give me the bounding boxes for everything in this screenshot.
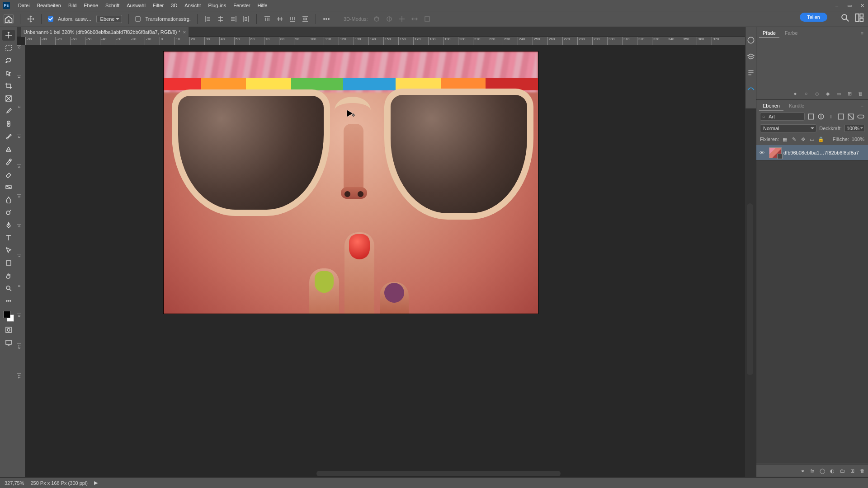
layer-row[interactable]: 👁 dfb96b08ebfba1…7f82bb6f8af8a7 bbox=[756, 145, 868, 160]
zoom-tool[interactable] bbox=[2, 283, 15, 294]
blend-mode-dropdown[interactable]: Normal bbox=[760, 124, 816, 132]
status-arrow-icon[interactable]: ▶ bbox=[94, 480, 98, 486]
gradient-tool[interactable] bbox=[2, 182, 15, 192]
blur-tool[interactable] bbox=[2, 194, 15, 205]
lock-transparent-icon[interactable]: ▦ bbox=[782, 136, 788, 142]
frame-tool[interactable] bbox=[2, 93, 15, 104]
path-select-tool[interactable] bbox=[2, 245, 15, 256]
screenmode-toggle[interactable] bbox=[2, 337, 15, 348]
quickmask-toggle[interactable] bbox=[2, 324, 15, 335]
align-right-icon[interactable] bbox=[229, 15, 237, 23]
more-options-icon[interactable] bbox=[322, 15, 330, 23]
healing-brush-tool[interactable] bbox=[2, 118, 15, 129]
hand-tool[interactable] bbox=[2, 270, 15, 281]
lock-artboard-icon[interactable]: ▭ bbox=[809, 136, 815, 142]
collapsed-panel-layers-icon[interactable] bbox=[747, 52, 755, 61]
window-minimize-button[interactable]: – bbox=[834, 2, 840, 9]
menu-schrift[interactable]: Schrift bbox=[102, 3, 123, 8]
lock-all-icon[interactable]: 🔒 bbox=[818, 136, 824, 142]
history-brush-tool[interactable] bbox=[2, 156, 15, 167]
path-selection-icon[interactable]: ◇ bbox=[814, 90, 820, 97]
lock-position-icon[interactable]: ✥ bbox=[800, 136, 806, 142]
filter-toggle-switch[interactable] bbox=[857, 113, 864, 120]
eyedropper-tool[interactable] bbox=[2, 106, 15, 117]
brush-tool[interactable] bbox=[2, 131, 15, 142]
menu-datei[interactable]: Datei bbox=[14, 3, 33, 8]
canvas-area[interactable] bbox=[25, 45, 745, 477]
crop-tool[interactable] bbox=[2, 80, 15, 91]
menu-auswahl[interactable]: Auswahl bbox=[123, 3, 149, 8]
align-center-h-icon[interactable] bbox=[217, 15, 225, 23]
panel-menu-icon[interactable]: ≡ bbox=[859, 29, 865, 38]
edit-toolbar-icon[interactable] bbox=[2, 296, 15, 306]
menu-3d[interactable]: 3D bbox=[167, 3, 181, 8]
ruler-vertical[interactable]: 01234567891011 bbox=[17, 45, 25, 477]
pen-tool[interactable] bbox=[2, 220, 15, 230]
layer-new-icon[interactable]: ⊞ bbox=[849, 468, 855, 474]
dodge-tool[interactable] bbox=[2, 207, 15, 218]
path-combine-icon[interactable]: ◆ bbox=[825, 90, 831, 97]
window-close-button[interactable]: ✕ bbox=[859, 2, 865, 9]
tab-ebenen[interactable]: Ebenen bbox=[759, 102, 783, 111]
menu-bild[interactable]: Bild bbox=[65, 3, 80, 8]
menu-plug-ins[interactable]: Plug-ins bbox=[204, 3, 230, 8]
layer-thumbnail[interactable] bbox=[769, 147, 782, 158]
layer-fx-icon[interactable]: fx bbox=[809, 468, 816, 474]
layer-visibility-icon[interactable]: 👁 bbox=[756, 150, 767, 155]
ruler-horizontal[interactable]: -90-80-70-60-50-40-30-20-100102030405060… bbox=[25, 37, 745, 45]
layer-name-label[interactable]: dfb96b08ebfba1…7f82bb6f8af8a7 bbox=[783, 150, 868, 155]
layer-delete-icon[interactable]: 🗑 bbox=[859, 468, 865, 474]
layers-list[interactable]: 👁 dfb96b08ebfba1…7f82bb6f8af8a7 bbox=[756, 145, 868, 464]
layers-panel-menu-icon[interactable]: ≡ bbox=[859, 102, 865, 111]
align-top-icon[interactable] bbox=[263, 15, 271, 23]
canvas-scrollbar-vertical[interactable] bbox=[747, 203, 753, 375]
fill-value-input[interactable]: 100% bbox=[852, 136, 864, 142]
auto-select-target-dropdown[interactable]: Ebene bbox=[96, 15, 123, 23]
align-left-icon[interactable] bbox=[204, 15, 212, 23]
collapsed-panel-color-icon[interactable] bbox=[747, 36, 755, 44]
align-center-v-icon[interactable] bbox=[276, 15, 284, 23]
eraser-tool[interactable] bbox=[2, 169, 15, 180]
menu-ansicht[interactable]: Ansicht bbox=[181, 3, 204, 8]
path-fill-icon[interactable]: ● bbox=[792, 90, 798, 97]
lasso-tool[interactable] bbox=[2, 55, 15, 66]
distribute-h-icon[interactable] bbox=[242, 15, 250, 23]
window-maximize-button[interactable]: ▭ bbox=[846, 2, 853, 9]
path-stroke-icon[interactable]: ○ bbox=[803, 90, 809, 97]
layer-mask-icon[interactable]: ◯ bbox=[819, 468, 826, 474]
workspace-switcher-button[interactable] bbox=[854, 13, 864, 23]
menu-filter[interactable]: Filter bbox=[149, 3, 167, 8]
opacity-value-input[interactable]: 100% bbox=[844, 125, 864, 132]
canvas-scrollbar-horizontal[interactable] bbox=[316, 471, 561, 476]
document-tab-close-icon[interactable]: × bbox=[183, 27, 186, 37]
tab-kanaele[interactable]: Kanäle bbox=[785, 102, 808, 111]
shape-tool[interactable] bbox=[2, 258, 15, 268]
menu-hilfe[interactable]: Hilfe bbox=[254, 3, 271, 8]
filter-adjust-icon[interactable] bbox=[817, 113, 825, 120]
status-docinfo[interactable]: 250 Px x 168 Px (300 ppi) bbox=[30, 480, 88, 486]
layer-link-icon[interactable]: ⚭ bbox=[799, 468, 806, 474]
menu-ebene[interactable]: Ebene bbox=[80, 3, 102, 8]
search-button[interactable] bbox=[840, 13, 850, 23]
filter-smart-icon[interactable] bbox=[847, 113, 854, 120]
transform-controls-checkbox[interactable] bbox=[135, 16, 141, 22]
collapsed-panel-learn-icon[interactable] bbox=[747, 85, 755, 93]
layer-group-icon[interactable]: 🗀 bbox=[839, 468, 845, 474]
lock-paint-icon[interactable]: ✎ bbox=[791, 136, 797, 142]
move-tool[interactable] bbox=[2, 30, 15, 41]
menu-bearbeiten[interactable]: Bearbeiten bbox=[33, 3, 65, 8]
align-bottom-icon[interactable] bbox=[288, 15, 297, 23]
clone-stamp-tool[interactable] bbox=[2, 144, 15, 155]
auto-select-checkbox[interactable] bbox=[48, 16, 53, 22]
type-tool[interactable] bbox=[2, 232, 15, 243]
distribute-v-icon[interactable] bbox=[301, 15, 309, 23]
filter-pixel-icon[interactable] bbox=[807, 113, 815, 120]
quick-select-tool[interactable] bbox=[2, 68, 15, 79]
color-swatches[interactable] bbox=[2, 310, 15, 323]
layer-adjust-icon[interactable]: ◐ bbox=[829, 468, 835, 474]
collapsed-panel-paragraph-icon[interactable] bbox=[747, 69, 755, 77]
canvas-image[interactable] bbox=[164, 52, 538, 314]
path-new-icon[interactable]: ⊞ bbox=[846, 90, 853, 97]
path-delete-icon[interactable]: 🗑 bbox=[857, 90, 863, 97]
status-zoom[interactable]: 327,75% bbox=[5, 480, 24, 486]
